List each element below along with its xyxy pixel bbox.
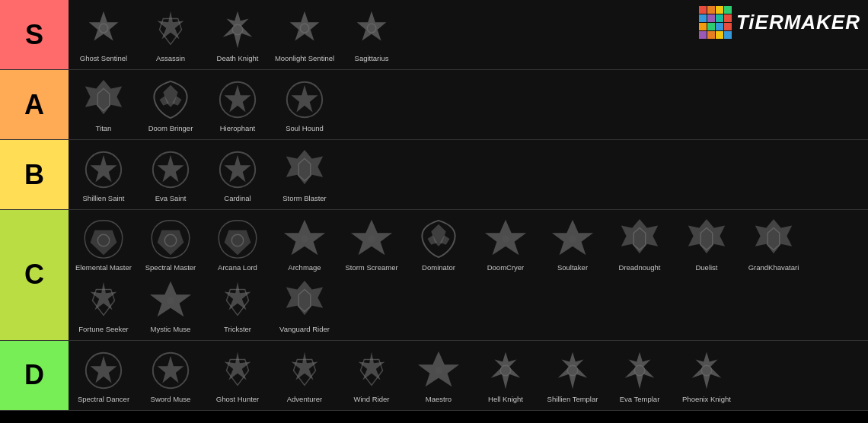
list-item[interactable]: Moonlight Sentinel: [271, 4, 338, 65]
item-label: Wind Rider: [354, 395, 390, 403]
list-item[interactable]: Titan: [70, 74, 137, 135]
tier-label-D: D: [0, 341, 69, 410]
class-icon: [143, 7, 198, 52]
item-label: Doom Bringer: [148, 124, 193, 132]
class-icon: [277, 7, 332, 52]
list-item[interactable]: Storm Screamer: [338, 213, 405, 275]
list-item[interactable]: Dominator: [405, 213, 472, 275]
class-icon: [679, 216, 734, 262]
class-icon: [411, 216, 466, 262]
list-item[interactable]: Vanguard Rider: [271, 275, 338, 336]
tier-items-C: Elemental Master Spectral Master Arcana …: [69, 210, 868, 340]
list-item[interactable]: Archmage: [271, 213, 338, 275]
item-label: Elemental Master: [75, 263, 132, 272]
class-icon: [478, 348, 533, 393]
item-label: Hierophant: [220, 124, 255, 132]
list-item[interactable]: Spectral Master: [137, 213, 204, 275]
item-label: Spectral Master: [145, 263, 196, 272]
item-label: Shillien Templar: [547, 395, 598, 403]
list-item[interactable]: Hierophant: [204, 74, 271, 135]
class-icon: [76, 216, 131, 262]
class-icon: [210, 77, 265, 122]
class-icon: [746, 216, 801, 262]
item-label: DoomCryer: [487, 263, 525, 272]
item-label: Soul Hound: [286, 124, 324, 132]
item-label: Titan: [96, 124, 112, 132]
class-icon: [344, 216, 399, 262]
list-item[interactable]: Trickster: [204, 275, 271, 336]
svg-point-13: [301, 235, 308, 243]
tier-items-A: Titan Doom Bringer Hierophant Soul Hound: [69, 70, 868, 139]
list-item[interactable]: Arcana Lord: [204, 213, 271, 275]
tier-list: S Ghost Sentinel Assassin Death Knight M…: [0, 0, 868, 411]
class-icon: [344, 348, 399, 393]
svg-point-17: [502, 235, 509, 243]
list-item[interactable]: Phoenix Knight: [673, 345, 740, 406]
list-item[interactable]: Death Knight: [204, 4, 271, 65]
item-label: Duelist: [695, 263, 717, 272]
class-icon: [411, 348, 466, 393]
item-label: Fortune Seeker: [78, 325, 128, 333]
item-label: Sword Muse: [151, 395, 191, 403]
item-label: Arcana Lord: [218, 263, 257, 272]
list-item[interactable]: Eva Templar: [606, 345, 673, 406]
class-icon: [76, 7, 131, 52]
class-icon: [679, 348, 734, 393]
list-item[interactable]: Eva Saint: [137, 144, 204, 205]
item-label: Vanguard Rider: [279, 325, 330, 333]
tier-label-A: A: [0, 70, 69, 139]
list-item[interactable]: Sword Muse: [137, 345, 204, 406]
class-icon: [76, 278, 131, 323]
list-item[interactable]: Hell Knight: [472, 345, 539, 406]
tier-label-C: C: [0, 210, 69, 340]
class-icon: [143, 77, 198, 122]
list-item[interactable]: Spectral Dancer: [70, 345, 137, 406]
list-item[interactable]: Ghost Sentinel: [70, 4, 137, 65]
list-item[interactable]: Duelist: [673, 213, 740, 275]
class-icon: [545, 348, 600, 393]
item-label: Dreadnought: [619, 263, 661, 272]
class-icon: [210, 216, 265, 262]
list-item[interactable]: GrandKhavatari: [740, 213, 807, 275]
list-item[interactable]: Sagittarius: [338, 4, 405, 65]
list-item[interactable]: Soultaker: [539, 213, 606, 275]
item-label: Dominator: [422, 263, 455, 272]
list-item[interactable]: Maestro: [405, 345, 472, 406]
tier-label-S: S: [0, 0, 69, 69]
item-label: Maestro: [426, 395, 452, 403]
list-item[interactable]: Dreadnought: [606, 213, 673, 275]
list-item[interactable]: Cardinal: [204, 144, 271, 205]
class-icon: [210, 278, 265, 323]
class-icon: [277, 77, 332, 122]
list-item[interactable]: Soul Hound: [271, 74, 338, 135]
class-icon: [612, 216, 667, 262]
tier-row-A: A Titan Doom Bringer Hierophant Soul Hou…: [0, 70, 868, 140]
item-label: Eva Saint: [155, 194, 187, 202]
list-item[interactable]: Shillien Saint: [70, 144, 137, 205]
svg-point-25: [435, 367, 442, 374]
list-item[interactable]: Doom Bringer: [137, 74, 204, 135]
list-item[interactable]: Shillien Templar: [539, 345, 606, 406]
tier-row-B: B Shillien Saint Eva Saint Cardinal Stor…: [0, 140, 868, 210]
class-icon: [76, 348, 131, 393]
item-label: Eva Templar: [620, 395, 660, 403]
class-icon: [277, 348, 332, 393]
list-item[interactable]: Assassin: [137, 4, 204, 65]
list-item[interactable]: Adventurer: [271, 345, 338, 406]
tier-label-B: B: [0, 140, 69, 209]
list-item[interactable]: Ghost Hunter: [204, 345, 271, 406]
item-label: Cardinal: [224, 194, 251, 202]
svg-point-19: [569, 235, 576, 243]
list-item[interactable]: Storm Blaster: [271, 144, 338, 205]
item-label: Hell Knight: [488, 395, 523, 403]
list-item[interactable]: Mystic Muse: [137, 275, 204, 336]
logo-text: TiERMAKER: [736, 11, 860, 34]
tier-items-B: Shillien Saint Eva Saint Cardinal Storm …: [69, 140, 868, 209]
list-item[interactable]: DoomCryer: [472, 213, 539, 275]
list-item[interactable]: Elemental Master: [70, 213, 137, 275]
item-label: Ghost Sentinel: [80, 54, 127, 62]
class-icon: [210, 7, 265, 52]
class-icon: [143, 216, 198, 262]
list-item[interactable]: Fortune Seeker: [70, 275, 137, 336]
list-item[interactable]: Wind Rider: [338, 345, 405, 406]
